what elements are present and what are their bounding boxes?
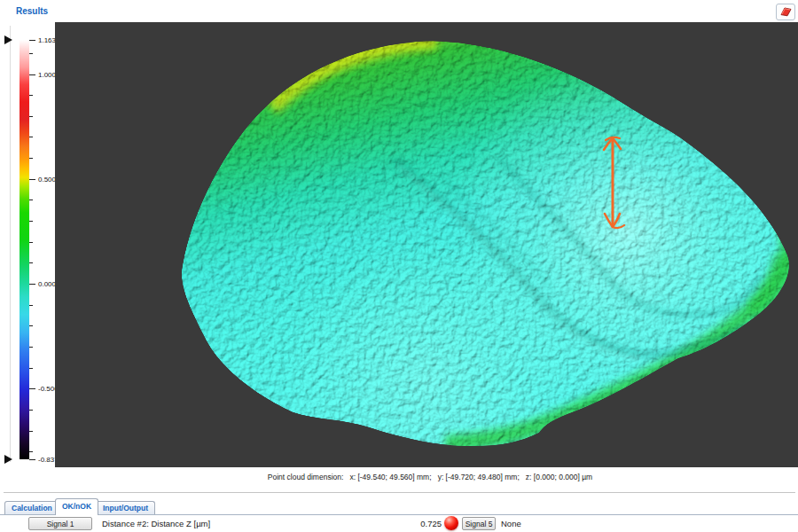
colorbar-minor-tick bbox=[29, 347, 33, 348]
bottom-panel: Calculation OK/nOK Input/Output Signal 1… bbox=[0, 495, 798, 532]
colorbar-minor-tick bbox=[29, 137, 33, 137]
colorbar-minor-tick bbox=[29, 325, 33, 326]
colorbar-tick-label: 1.163 bbox=[38, 36, 56, 44]
scale-max-marker-icon[interactable] bbox=[4, 35, 12, 44]
colorbar-minor-tick bbox=[29, 200, 33, 200]
color-scale-panel: 1.1631.0000.5000.000-0.500-0.837 bbox=[0, 22, 55, 467]
scale-panel-divider bbox=[10, 26, 11, 462]
scanned-object[interactable] bbox=[182, 41, 798, 466]
colorbar-minor-tick bbox=[29, 368, 33, 369]
colorbar-minor-tick bbox=[29, 53, 33, 54]
colorbar-minor-tick bbox=[29, 116, 33, 117]
measurement-value: 0.725 bbox=[415, 519, 442, 528]
signal-1-button[interactable]: Signal 1 bbox=[28, 517, 92, 530]
colorbar-minor-tick bbox=[29, 158, 33, 159]
signal-5-button[interactable]: Signal 5 bbox=[462, 517, 496, 530]
colorbar-tick-label: 0.500 bbox=[38, 175, 56, 183]
colorbar-tick-label: 1.000 bbox=[38, 70, 56, 78]
tab-baseline bbox=[0, 514, 798, 515]
colorbar-major-tick bbox=[29, 40, 35, 41]
measurement-label: Distance #2: Distance Z [µm] bbox=[102, 519, 210, 528]
color-scale-ticks: 1.1631.0000.5000.000-0.500-0.837 bbox=[29, 40, 55, 459]
signal-5-value: None bbox=[501, 519, 521, 528]
colorbar-minor-tick bbox=[29, 95, 33, 96]
colorbar-major-tick bbox=[29, 284, 35, 285]
colorbar-major-tick bbox=[29, 74, 35, 75]
3d-viewport[interactable] bbox=[55, 22, 798, 467]
colorbar-minor-tick bbox=[29, 410, 33, 411]
colorbar-minor-tick bbox=[29, 451, 33, 452]
color-scale-bar[interactable] bbox=[20, 40, 29, 459]
colorbar-minor-tick bbox=[29, 431, 33, 432]
tab-ok-nok[interactable]: OK/nOK bbox=[55, 498, 98, 515]
colorbar-major-tick bbox=[29, 179, 35, 180]
colorbar-minor-tick bbox=[29, 221, 33, 222]
tab-input-output[interactable]: Input/Output bbox=[96, 501, 155, 514]
colorbar-major-tick bbox=[29, 388, 35, 389]
export-icon bbox=[779, 6, 793, 18]
export-button[interactable] bbox=[776, 4, 795, 20]
colorbar-minor-tick bbox=[29, 242, 33, 243]
scale-min-marker-icon[interactable] bbox=[4, 455, 12, 464]
colorbar-tick-label: 0.000 bbox=[38, 280, 56, 288]
tab-calculation[interactable]: Calculation bbox=[4, 501, 59, 514]
results-title: Results bbox=[16, 6, 48, 16]
top-bar: Results bbox=[0, 0, 798, 22]
colorbar-major-tick bbox=[29, 459, 35, 460]
application-window: Results 1.1631.0000.5000.000-0.500-0.837 bbox=[0, 0, 798, 532]
point-cloud-dimension-text: Point cloud dimension: x: [-49.540; 49.5… bbox=[0, 473, 798, 481]
colorbar-minor-tick bbox=[29, 262, 33, 263]
colorbar-minor-tick bbox=[29, 305, 33, 306]
point-cloud-render[interactable] bbox=[55, 23, 798, 466]
status-strip: Point cloud dimension: x: [-49.540; 49.5… bbox=[0, 467, 798, 490]
status-led-icon bbox=[444, 516, 458, 530]
